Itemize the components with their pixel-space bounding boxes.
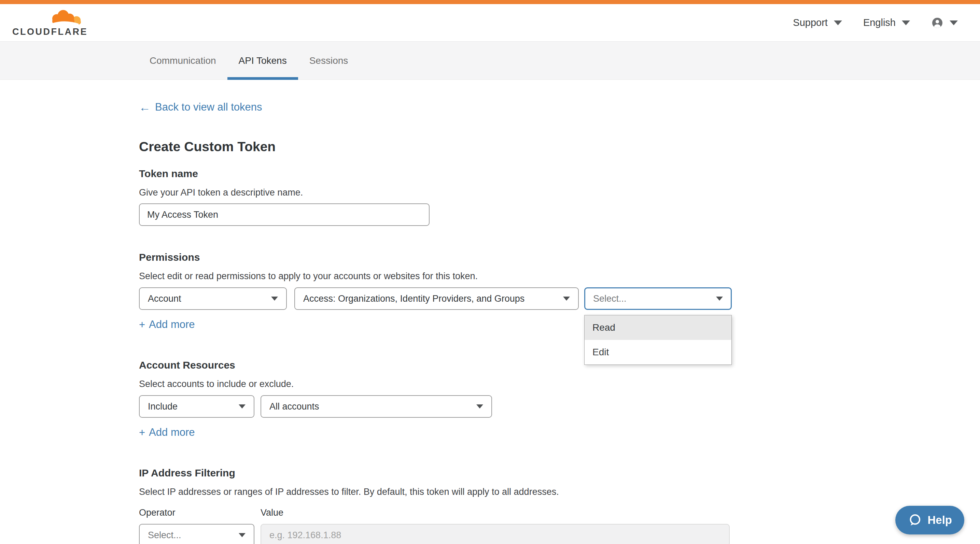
support-menu[interactable]: Support: [793, 17, 842, 29]
plus-icon: +: [139, 427, 145, 438]
token-name-heading: Token name: [139, 168, 980, 179]
main-content: ← Back to view all tokens Create Custom …: [0, 80, 980, 544]
select-value: Include: [148, 401, 178, 412]
token-name-description: Give your API token a descriptive name.: [139, 187, 980, 198]
token-name-section: Token name Give your API token a descrip…: [139, 168, 980, 226]
back-link-label: Back to view all tokens: [155, 101, 262, 113]
select-placeholder: Select...: [148, 530, 181, 541]
account-resources-heading: Account Resources: [139, 359, 980, 371]
back-link[interactable]: ← Back to view all tokens: [139, 101, 262, 113]
account-resources-description: Select accounts to include or exclude.: [139, 379, 980, 389]
language-menu[interactable]: English: [863, 17, 910, 29]
tab-label: Sessions: [309, 55, 348, 66]
resource-mode-select[interactable]: Include: [139, 395, 255, 418]
ip-filtering-description: Select IP addresses or ranges of IP addr…: [139, 487, 980, 497]
permissions-description: Select edit or read permissions to apply…: [139, 271, 980, 282]
chevron-down-icon: [563, 297, 570, 301]
dropdown-option-edit[interactable]: Edit: [585, 340, 732, 365]
account-menu[interactable]: [931, 17, 958, 29]
ip-filtering-heading: IP Address Filtering: [139, 467, 980, 479]
chevron-down-icon: [271, 297, 278, 301]
header-controls: Support English: [793, 17, 958, 29]
account-resources-add-more-link[interactable]: + Add more: [139, 426, 195, 439]
resource-scope-select[interactable]: All accounts: [261, 395, 492, 418]
permissions-heading: Permissions: [139, 252, 980, 263]
page-title: Create Custom Token: [139, 139, 980, 154]
plus-icon: +: [139, 319, 145, 330]
chevron-down-icon: [239, 533, 245, 537]
brand-accent-bar: [0, 0, 980, 4]
tab-bar: Communication API Tokens Sessions: [0, 42, 980, 80]
language-label: English: [863, 17, 896, 29]
ip-filtering-labels: Operator Value: [139, 508, 980, 518]
ip-operator-select[interactable]: Select...: [139, 524, 255, 544]
add-more-label: Add more: [149, 319, 195, 331]
permissions-section: Permissions Select edit or read permissi…: [139, 252, 980, 331]
operator-label: Operator: [139, 508, 261, 518]
chevron-down-icon: [476, 404, 483, 409]
permission-access-select-wrap: Select... Read Edit: [584, 287, 732, 310]
app-header: CLOUDFLARE Support English: [0, 4, 980, 42]
tab-communication[interactable]: Communication: [138, 42, 228, 79]
help-button[interactable]: Help: [895, 506, 964, 534]
token-name-input[interactable]: [139, 203, 430, 226]
tab-label: API Tokens: [239, 55, 287, 66]
tab-sessions[interactable]: Sessions: [298, 42, 360, 79]
chevron-down-icon: [950, 21, 958, 25]
logo-wordmark: CLOUDFLARE: [12, 27, 88, 37]
permission-access-select[interactable]: Select...: [584, 287, 732, 310]
select-value: All accounts: [269, 401, 319, 412]
dropdown-option-read[interactable]: Read: [585, 316, 732, 340]
value-label: Value: [261, 508, 283, 518]
add-more-label: Add more: [149, 426, 195, 439]
chevron-down-icon: [834, 21, 842, 25]
avatar-icon: [931, 17, 943, 29]
permissions-row: Account Access: Organizations, Identity …: [139, 287, 980, 310]
permission-group-select[interactable]: Access: Organizations, Identity Provider…: [294, 287, 579, 310]
select-value: Access: Organizations, Identity Provider…: [303, 293, 525, 304]
chevron-down-icon: [239, 404, 245, 409]
account-resources-row: Include All accounts: [139, 395, 980, 418]
permission-scope-select[interactable]: Account: [139, 287, 287, 310]
ip-filtering-row: Select...: [139, 524, 980, 544]
chevron-down-icon: [902, 21, 910, 25]
cloudflare-cloud-icon: [47, 8, 84, 26]
select-value: Account: [148, 293, 181, 304]
support-label: Support: [793, 17, 828, 29]
ip-filtering-section: IP Address Filtering Select IP addresses…: [139, 467, 980, 544]
account-resources-section: Account Resources Select accounts to inc…: [139, 359, 980, 439]
permissions-add-more-link[interactable]: + Add more: [139, 319, 195, 331]
tab-label: Communication: [150, 55, 216, 66]
tab-api-tokens[interactable]: API Tokens: [228, 42, 298, 79]
chevron-down-icon: [716, 297, 723, 301]
left-arrow-icon: ←: [139, 102, 151, 113]
access-dropdown-menu: Read Edit: [584, 315, 732, 365]
select-placeholder: Select...: [593, 293, 627, 304]
chat-bubble-icon: [908, 513, 922, 527]
cloudflare-logo[interactable]: CLOUDFLARE: [12, 8, 88, 37]
ip-value-input[interactable]: [261, 524, 730, 544]
help-label: Help: [928, 514, 952, 527]
